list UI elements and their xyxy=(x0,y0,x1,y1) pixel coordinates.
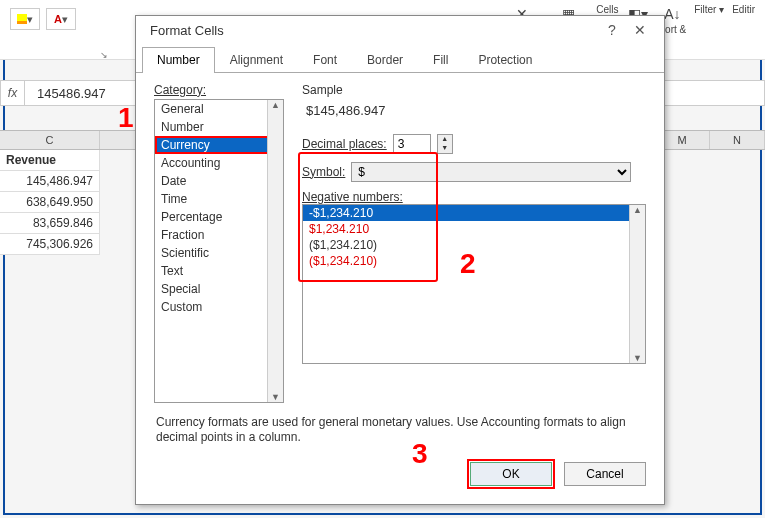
symbol-select[interactable]: $ xyxy=(351,162,631,182)
neg-option-4[interactable]: ($1,234.210) xyxy=(303,253,645,269)
col-header-n[interactable]: N xyxy=(710,131,765,149)
tab-alignment[interactable]: Alignment xyxy=(215,47,298,73)
category-item-custom[interactable]: Custom xyxy=(155,298,283,316)
decimal-places-input[interactable] xyxy=(393,134,431,154)
cell[interactable]: 145,486.947 xyxy=(0,171,100,191)
cell[interactable]: 638,649.950 xyxy=(0,192,100,212)
close-button[interactable]: ✕ xyxy=(626,22,654,38)
sample-label: Sample xyxy=(302,83,646,97)
cell[interactable]: 745,306.926 xyxy=(0,234,100,254)
neg-option-2[interactable]: $1,234.210 xyxy=(303,221,645,237)
category-item-percentage[interactable]: Percentage xyxy=(155,208,283,226)
format-description: Currency formats are used for general mo… xyxy=(156,415,644,446)
dialog-title: Format Cells xyxy=(150,23,598,38)
cancel-button[interactable]: Cancel xyxy=(564,462,646,486)
col-header-c[interactable]: C xyxy=(0,131,100,149)
category-label: Category: xyxy=(154,83,284,97)
sample-value: $145,486.947 xyxy=(302,97,646,124)
scroll-up-icon[interactable]: ▲ xyxy=(271,100,280,110)
category-item-fraction[interactable]: Fraction xyxy=(155,226,283,244)
format-cells-dialog: Format Cells ? ✕ Number Alignment Font B… xyxy=(135,15,665,505)
scroll-down-icon[interactable]: ▼ xyxy=(633,353,642,363)
category-item-special[interactable]: Special xyxy=(155,280,283,298)
spin-up-icon[interactable]: ▲ xyxy=(438,135,452,144)
scroll-up-icon[interactable]: ▲ xyxy=(633,205,642,215)
font-color-dropdown[interactable]: A▾ xyxy=(46,8,76,30)
cell-header[interactable]: Revenue xyxy=(0,150,100,170)
category-item-currency[interactable]: Currency xyxy=(155,136,283,154)
fill-color-dropdown[interactable]: ▾ xyxy=(10,8,40,30)
category-item-text[interactable]: Text xyxy=(155,262,283,280)
tab-fill[interactable]: Fill xyxy=(418,47,463,73)
category-item-accounting[interactable]: Accounting xyxy=(155,154,283,172)
category-item-date[interactable]: Date xyxy=(155,172,283,190)
dialog-tabs: Number Alignment Font Border Fill Protec… xyxy=(136,46,664,73)
neg-option-1[interactable]: -$1,234.210 xyxy=(303,205,645,221)
category-item-time[interactable]: Time xyxy=(155,190,283,208)
category-list[interactable]: General Number Currency Accounting Date … xyxy=(154,99,284,403)
tab-font[interactable]: Font xyxy=(298,47,352,73)
symbol-label: Symbol: xyxy=(302,165,345,179)
dialog-titlebar: Format Cells ? ✕ xyxy=(136,16,664,42)
tab-border[interactable]: Border xyxy=(352,47,418,73)
category-item-scientific[interactable]: Scientific xyxy=(155,244,283,262)
negative-numbers-label: Negative numbers: xyxy=(302,190,646,204)
decimal-places-label: Decimal places: xyxy=(302,137,387,151)
scroll-down-icon[interactable]: ▼ xyxy=(271,392,280,402)
category-item-general[interactable]: General xyxy=(155,100,283,118)
ok-button[interactable]: OK xyxy=(470,462,552,486)
tab-number[interactable]: Number xyxy=(142,47,215,73)
neg-option-3[interactable]: ($1,234.210) xyxy=(303,237,645,253)
column-headers-right: M N xyxy=(655,130,765,150)
ribbon-filter[interactable]: Filter ▾ xyxy=(694,4,724,35)
category-scrollbar[interactable]: ▲▼ xyxy=(267,100,283,402)
formula-bar-value[interactable]: 145486.947 xyxy=(25,86,106,101)
negative-numbers-list[interactable]: -$1,234.210 $1,234.210 ($1,234.210) ($1,… xyxy=(302,204,646,364)
neg-scrollbar[interactable]: ▲▼ xyxy=(629,205,645,363)
spin-down-icon[interactable]: ▼ xyxy=(438,144,452,153)
tab-protection[interactable]: Protection xyxy=(463,47,547,73)
category-item-number[interactable]: Number xyxy=(155,118,283,136)
help-button[interactable]: ? xyxy=(598,22,626,38)
ribbon-group-editing: Editir xyxy=(732,4,755,35)
dialog-launcher-icon[interactable]: ↘ xyxy=(100,50,108,60)
fx-icon[interactable]: fx xyxy=(1,81,25,105)
decimal-spinner[interactable]: ▲▼ xyxy=(437,134,453,154)
cell[interactable]: 83,659.846 xyxy=(0,213,100,233)
